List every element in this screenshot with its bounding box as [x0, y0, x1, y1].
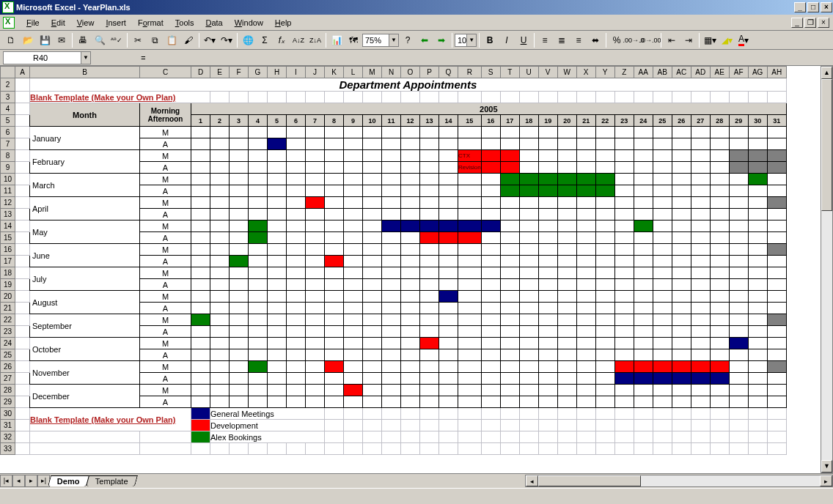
day-cell[interactable] [729, 127, 748, 138]
day-cell[interactable] [210, 232, 230, 244]
day-cell[interactable] [439, 150, 458, 162]
day-cell[interactable] [576, 326, 595, 338]
day-cell[interactable] [191, 385, 210, 396]
day-cell[interactable] [401, 127, 420, 138]
day-cell[interactable] [729, 279, 748, 291]
day-cell[interactable] [595, 303, 614, 314]
copy-icon[interactable]: ⧉ [147, 32, 163, 48]
day-cell[interactable] [614, 385, 634, 396]
month-cell-April[interactable]: April [30, 197, 140, 220]
day-cell[interactable] [191, 232, 210, 244]
day-cell[interactable] [249, 267, 268, 279]
day-cell[interactable] [519, 338, 538, 349]
day-cell[interactable] [458, 303, 482, 314]
chart-icon[interactable]: 📊 [329, 32, 345, 48]
day-cell[interactable] [634, 303, 653, 314]
day-cell[interactable] [439, 127, 458, 138]
day-cell[interactable] [363, 279, 382, 291]
day-cell[interactable] [614, 162, 634, 174]
day-cell[interactable] [710, 127, 729, 138]
slot-cell[interactable]: A [140, 138, 191, 150]
col-header-Z[interactable]: Z [614, 67, 634, 78]
menu-file[interactable]: File [21, 17, 45, 29]
day-cell[interactable] [268, 197, 287, 209]
day-cell[interactable] [306, 174, 325, 185]
col-header-O[interactable]: O [401, 67, 420, 78]
day-cell[interactable] [710, 244, 729, 256]
day-cell[interactable] [672, 127, 691, 138]
day-cell[interactable] [458, 209, 482, 220]
day-cell[interactable] [500, 291, 519, 303]
day-cell[interactable] [363, 396, 382, 408]
day-cell[interactable] [634, 209, 653, 220]
day-cell[interactable] [382, 232, 401, 244]
name-box[interactable]: R40▼ [3, 51, 91, 64]
day-cell[interactable] [420, 232, 439, 244]
day-cell[interactable] [230, 338, 249, 349]
paste-icon[interactable]: 📋 [164, 32, 180, 48]
row-header-18[interactable]: 18 [1, 267, 15, 279]
col-header-R[interactable]: R [458, 67, 482, 78]
day-cell[interactable] [634, 373, 653, 385]
day-cell[interactable] [249, 291, 268, 303]
menu-window[interactable]: Window [229, 17, 269, 29]
day-cell[interactable] [191, 162, 210, 174]
day-cell[interactable] [748, 197, 767, 209]
row-header-33[interactable]: 33 [1, 443, 15, 455]
day-cell[interactable] [191, 291, 210, 303]
col-header-H[interactable]: H [268, 67, 287, 78]
day-cell[interactable] [672, 385, 691, 396]
day-cell[interactable] [557, 338, 576, 349]
day-cell[interactable] [595, 197, 614, 209]
day-cell[interactable] [614, 185, 634, 197]
day-cell[interactable] [268, 138, 287, 150]
day-cell[interactable] [325, 396, 344, 408]
day-cell[interactable] [691, 162, 710, 174]
day-cell[interactable] [519, 174, 538, 185]
day-cell[interactable] [538, 349, 557, 361]
day-cell[interactable] [420, 361, 439, 373]
row-header-10[interactable]: 10 [1, 174, 15, 185]
day-cell[interactable] [634, 185, 653, 197]
day-cell[interactable] [729, 303, 748, 314]
hyperlink-icon[interactable]: 🌐 [240, 32, 256, 48]
day-cell[interactable] [748, 244, 767, 256]
day-cell[interactable] [230, 314, 249, 326]
day-cell[interactable] [691, 349, 710, 361]
col-header-N[interactable]: N [382, 67, 401, 78]
menu-help[interactable]: Help [269, 17, 298, 29]
day-cell[interactable] [287, 127, 306, 138]
day-cell[interactable] [344, 150, 363, 162]
day-cell[interactable] [325, 162, 344, 174]
day-cell[interactable] [363, 338, 382, 349]
day-cell[interactable] [439, 232, 458, 244]
day-cell[interactable] [710, 338, 729, 349]
day-cell[interactable] [401, 232, 420, 244]
day-cell[interactable] [306, 396, 325, 408]
day-cell[interactable] [710, 314, 729, 326]
day-cell[interactable] [538, 326, 557, 338]
menu-view[interactable]: View [71, 17, 100, 29]
day-cell[interactable] [691, 314, 710, 326]
day-cell[interactable] [595, 127, 614, 138]
day-cell[interactable] [268, 361, 287, 373]
day-cell[interactable] [710, 361, 729, 373]
day-cell[interactable] [595, 349, 614, 361]
day-cell[interactable] [401, 209, 420, 220]
day-cell[interactable] [325, 338, 344, 349]
day-cell[interactable] [691, 185, 710, 197]
day-cell[interactable] [420, 338, 439, 349]
day-cell[interactable] [458, 314, 482, 326]
slot-cell[interactable]: A [140, 256, 191, 267]
month-cell-June[interactable]: June [30, 244, 140, 267]
day-cell[interactable] [439, 209, 458, 220]
col-header-I[interactable]: I [287, 67, 306, 78]
day-cell[interactable] [672, 185, 691, 197]
day-cell[interactable] [420, 244, 439, 256]
day-cell[interactable] [481, 267, 500, 279]
day-cell[interactable] [401, 220, 420, 232]
day-cell[interactable] [268, 326, 287, 338]
day-cell[interactable] [634, 267, 653, 279]
day-cell[interactable] [344, 127, 363, 138]
day-cell[interactable] [767, 373, 786, 385]
